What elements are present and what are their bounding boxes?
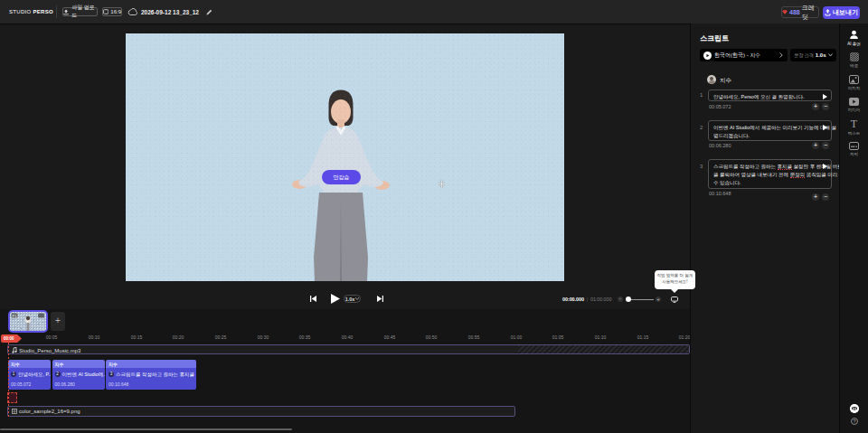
svg-text:P1: P1 <box>13 314 18 318</box>
